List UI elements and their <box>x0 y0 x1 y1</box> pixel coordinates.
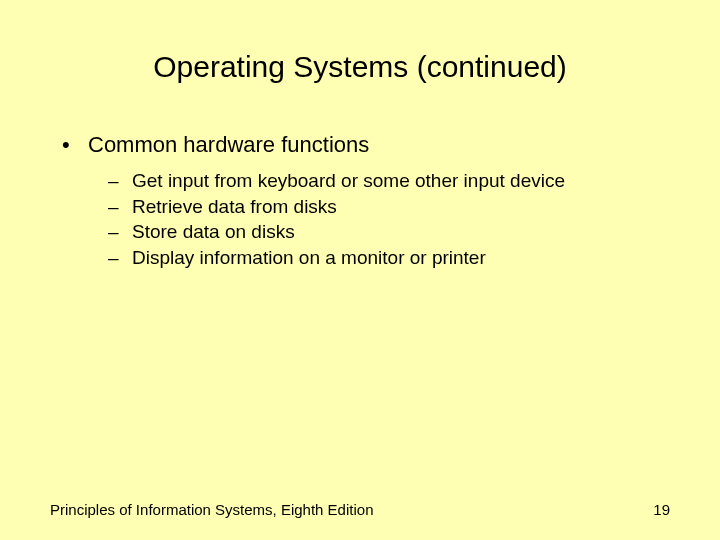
sub-bullet-item: Store data on disks <box>108 219 670 245</box>
bullet-main-text: Common hardware functions <box>88 132 369 157</box>
slide-footer: Principles of Information Systems, Eight… <box>50 501 670 518</box>
sub-bullet-list: Get input from keyboard or some other in… <box>50 168 670 271</box>
page-number: 19 <box>653 501 670 518</box>
bullet-main: Common hardware functions <box>58 132 670 158</box>
sub-bullet-text: Get input from keyboard or some other in… <box>132 170 565 191</box>
slide-title: Operating Systems (continued) <box>50 50 670 84</box>
sub-bullet-item: Retrieve data from disks <box>108 194 670 220</box>
slide-container: Operating Systems (continued) Common har… <box>0 0 720 540</box>
sub-bullet-item: Get input from keyboard or some other in… <box>108 168 670 194</box>
footer-text: Principles of Information Systems, Eight… <box>50 501 373 518</box>
sub-bullet-text: Display information on a monitor or prin… <box>132 247 486 268</box>
bullet-list: Common hardware functions <box>50 132 670 158</box>
sub-bullet-text: Retrieve data from disks <box>132 196 337 217</box>
sub-bullet-text: Store data on disks <box>132 221 295 242</box>
sub-bullet-item: Display information on a monitor or prin… <box>108 245 670 271</box>
